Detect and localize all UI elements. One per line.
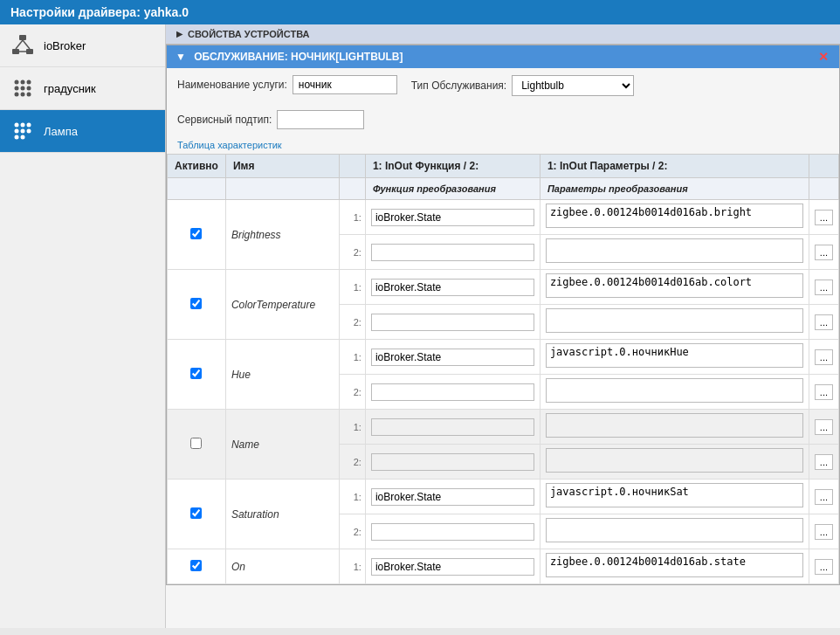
- on-name-cell: On: [225, 549, 339, 584]
- table-header-row: Активно Имя 1: InOut Функция / 2: 1: InO…: [168, 155, 839, 178]
- hue-label-2: 2:: [339, 375, 365, 410]
- colortemp-action-2-btn[interactable]: ...: [815, 314, 833, 330]
- hue-checkbox[interactable]: [190, 368, 202, 379]
- hue-func-1-input[interactable]: [371, 349, 534, 366]
- brightness-action-2-btn[interactable]: ...: [815, 245, 833, 260]
- brightness-func-1-cell: [365, 200, 540, 235]
- colortemp-func-1-input[interactable]: [371, 279, 534, 296]
- brightness-label-2: 2:: [339, 235, 365, 270]
- saturation-param-1-textarea[interactable]: javascript.0.ночникSat: [546, 483, 803, 507]
- hue-param-1-textarea[interactable]: javascript.0.ночникHue: [546, 343, 803, 368]
- hue-action-2-btn[interactable]: ...: [815, 384, 833, 400]
- colortemp-action-1-btn[interactable]: ...: [815, 280, 833, 295]
- th-name: Имя: [225, 155, 339, 178]
- colortemp-func-1-cell: [365, 270, 540, 305]
- saturation-param-2-cell: [540, 514, 809, 549]
- service-panel-header: ▼ ОБСЛУЖИВАНИЕ: НОЧНИК[LIGHTBULB] ✕: [167, 45, 839, 68]
- hue-action-2-cell: ...: [809, 375, 838, 410]
- hue-label-1: 1:: [339, 340, 365, 375]
- svg-point-19: [21, 129, 25, 134]
- name-func-1-input[interactable]: [371, 418, 534, 436]
- colortemp-label-1: 1:: [339, 270, 365, 305]
- brightness-checkbox[interactable]: [190, 228, 202, 239]
- saturation-label-2: 2:: [339, 514, 365, 549]
- on-action-1-btn[interactable]: ...: [815, 559, 833, 575]
- svg-point-15: [15, 123, 19, 128]
- table-row: On 1: zigbee.0.00124b0014d016ab.state ..…: [168, 549, 839, 584]
- name-param-2-textarea[interactable]: [546, 448, 803, 473]
- hue-param-2-textarea[interactable]: [546, 378, 803, 403]
- saturation-action-1-btn[interactable]: ...: [815, 489, 833, 505]
- service-panel-label: ОБСЛУЖИВАНИЕ: НОЧНИК[LIGHTBULB]: [194, 51, 403, 63]
- saturation-func-2-input[interactable]: [371, 523, 534, 541]
- service-name-label: Наименование услуги:: [177, 79, 287, 91]
- colortemp-active-cell: [168, 270, 226, 340]
- sidebar-item-label: градусник: [44, 82, 96, 95]
- name-func-2-input[interactable]: [371, 453, 534, 471]
- brightness-func-1-input[interactable]: [371, 209, 534, 226]
- brightness-action-1-cell: ...: [809, 200, 838, 235]
- hue-param-2-cell: [540, 375, 809, 410]
- colortemp-param-1-textarea[interactable]: zigbee.0.00124b0014d016ab.colort: [546, 273, 803, 298]
- table-body: Brightness 1: zigbee.0.00124b0014d016ab.…: [168, 200, 839, 584]
- colortemp-func-2-cell: [365, 305, 540, 340]
- saturation-func-1-input[interactable]: [371, 488, 534, 506]
- on-param-1-textarea[interactable]: zigbee.0.00124b0014d016ab.state: [546, 553, 803, 577]
- service-type-select[interactable]: Lightbulb: [512, 75, 634, 96]
- svg-point-12: [15, 93, 19, 97]
- on-param-1-cell: zigbee.0.00124b0014d016ab.state: [540, 549, 809, 584]
- service-type-label: Тип Обслуживания:: [411, 79, 506, 92]
- service-name-input[interactable]: [293, 75, 397, 94]
- brightness-param-2-textarea[interactable]: [546, 238, 803, 263]
- on-active-cell: [168, 549, 226, 584]
- brightness-func-2-input[interactable]: [371, 244, 534, 261]
- colortemp-func-2-input[interactable]: [371, 314, 534, 331]
- name-checkbox[interactable]: [190, 438, 202, 449]
- on-action-1-cell: ...: [809, 549, 838, 584]
- service-subtype-group: Сервисный подтип:: [177, 110, 364, 129]
- svg-point-13: [21, 93, 25, 97]
- colortemp-checkbox[interactable]: [190, 298, 202, 309]
- table-row: Brightness 1: zigbee.0.00124b0014d016ab.…: [168, 200, 839, 235]
- main-layout: ioBroker градусник: [0, 24, 840, 628]
- name-param-1-textarea[interactable]: [546, 413, 803, 438]
- hue-func-2-input[interactable]: [371, 383, 534, 401]
- close-button[interactable]: ✕: [816, 50, 830, 64]
- brightness-action-1-btn[interactable]: ...: [815, 210, 833, 225]
- hue-name-cell: Hue: [225, 340, 339, 410]
- th-func-transform: Функция преобразования: [365, 178, 540, 200]
- name-name-cell: Name: [225, 410, 339, 480]
- name-action-2-btn[interactable]: ...: [815, 454, 833, 470]
- name-func-1-cell: [365, 410, 540, 445]
- colortemp-param-2-cell: [540, 305, 809, 340]
- sidebar-item-градусник[interactable]: градусник: [0, 67, 165, 110]
- on-func-1-cell: [365, 549, 540, 584]
- dots-icon-1: [10, 76, 35, 100]
- sidebar-item-ioBroker[interactable]: ioBroker: [0, 24, 165, 67]
- brightness-param-2-cell: [540, 235, 809, 270]
- on-checkbox[interactable]: [190, 560, 202, 571]
- name-active-cell: [168, 410, 226, 480]
- hue-action-1-btn[interactable]: ...: [815, 349, 833, 365]
- table-link[interactable]: Таблица характеристик: [167, 136, 839, 154]
- svg-point-10: [21, 86, 25, 91]
- sidebar-item-Лампа[interactable]: Лампа: [0, 110, 165, 153]
- svg-point-20: [27, 129, 31, 134]
- svg-point-14: [27, 93, 31, 97]
- name-action-2-cell: ...: [809, 445, 838, 480]
- colortemp-param-2-textarea[interactable]: [546, 308, 803, 333]
- hue-func-2-cell: [365, 375, 540, 410]
- svg-point-8: [27, 80, 31, 85]
- sidebar: ioBroker градусник: [0, 24, 166, 628]
- saturation-param-2-textarea[interactable]: [546, 518, 803, 542]
- service-subtype-input[interactable]: [277, 110, 364, 129]
- saturation-checkbox[interactable]: [190, 507, 202, 519]
- name-action-1-btn[interactable]: ...: [815, 419, 833, 435]
- on-func-1-input[interactable]: [371, 558, 534, 576]
- saturation-label-1: 1:: [339, 480, 365, 514]
- svg-point-16: [21, 123, 25, 128]
- saturation-action-2-btn[interactable]: ...: [815, 524, 833, 540]
- svg-point-21: [15, 135, 19, 140]
- brightness-param-1-textarea[interactable]: zigbee.0.00124b0014d016ab.bright: [546, 204, 803, 228]
- svg-point-11: [27, 86, 31, 91]
